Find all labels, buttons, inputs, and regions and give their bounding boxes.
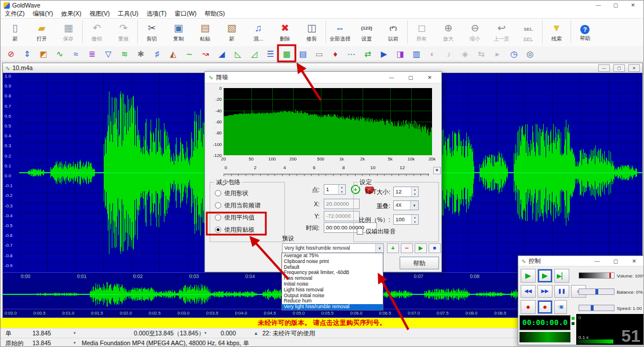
toolbar-button-delete[interactable]: ✖删除 xyxy=(272,19,298,46)
effect-interpolate-icon[interactable]: ⋯ xyxy=(346,48,357,60)
preset-option-9[interactable]: Very light hiss/rumble removal xyxy=(282,304,383,310)
scale-spinner[interactable]: ▴▾ xyxy=(411,215,418,224)
toolbar-button-undo[interactable]: ↶撤销 xyxy=(83,19,110,46)
effect-clock-icon[interactable]: ◷ xyxy=(508,48,519,60)
help-button[interactable]: 帮助 xyxy=(400,257,439,269)
document-maximize-button[interactable]: ▢ xyxy=(613,64,625,72)
toolbar-button-view-all[interactable]: ◻所有 xyxy=(408,19,435,46)
toolbar-button-new[interactable]: ▯新 xyxy=(2,19,28,46)
effect-reduce-vocals-icon[interactable]: ♪ xyxy=(443,48,455,60)
radio-envelope-0[interactable] xyxy=(215,190,221,196)
total-length[interactable]: 13.845 xyxy=(32,330,51,337)
toolbar-button-copy[interactable]: ▣复制 xyxy=(165,19,192,46)
toolbar-button-zoom-in[interactable]: ⊕放大 xyxy=(435,19,462,46)
preset-option-0[interactable]: Average at 75% xyxy=(282,253,383,259)
toolbar-button-paste-new[interactable]: ▧新 xyxy=(218,19,245,46)
toolbar-button-set-selection[interactable]: {123}设置 xyxy=(353,19,380,46)
control-maximize-button[interactable]: ▢ xyxy=(608,258,624,264)
toolbar-button-save[interactable]: ▦保存 xyxy=(55,19,82,46)
preset-option-6[interactable]: Light hiss removal xyxy=(282,287,383,293)
preset-option-4[interactable]: Hiss removal xyxy=(282,276,383,282)
record-button[interactable]: ● xyxy=(521,300,536,314)
cursor-position[interactable]: 0.000 xyxy=(221,330,236,337)
effect-smoother-icon[interactable]: ∼ xyxy=(184,48,195,60)
fft-size-field[interactable]: 12 ▴▾ xyxy=(393,187,419,197)
effect-pan-icon[interactable]: ◐ xyxy=(427,48,438,60)
balance-slider-handle[interactable] xyxy=(595,289,598,294)
menu-item-file[interactable]: 文件(Z) xyxy=(1,10,28,18)
effect-doppler-icon[interactable]: ≈ xyxy=(70,48,82,60)
toolbar-button-select-all[interactable]: ⇔全部选择 xyxy=(327,19,353,46)
toolbar-button-previous-selection[interactable]: {↶}以前 xyxy=(380,19,407,46)
dialog-titlebar[interactable]: ∿ 降噪 — ▢ ✕ xyxy=(205,72,441,83)
control-close-button[interactable]: ✕ xyxy=(626,258,642,264)
rewind-button[interactable]: ◀◀ xyxy=(521,285,536,298)
menu-item-view[interactable]: 视图(V) xyxy=(85,10,114,18)
control-minimize-button[interactable]: — xyxy=(589,258,605,264)
toolbar-button-open[interactable]: ▰打开 xyxy=(28,19,55,46)
toolbar-button-mix[interactable]: ♫混... xyxy=(245,19,272,46)
app-maximize-button[interactable]: ▢ xyxy=(608,2,623,8)
envelope-ruler-track[interactable] xyxy=(224,174,429,176)
effect-voice-over-icon[interactable]: ♦ xyxy=(330,48,341,60)
volume-slider-handle[interactable] xyxy=(609,273,611,278)
document-minimize-button[interactable]: — xyxy=(598,64,610,72)
play-selection-button[interactable]: ▶ xyxy=(537,269,552,283)
noise-only-checkbox[interactable] xyxy=(357,228,363,235)
fast-forward-button[interactable]: ▶▶ xyxy=(537,285,552,298)
menu-item-tools[interactable]: 工具(U) xyxy=(114,10,142,18)
toolbar-button-redo[interactable]: ↷重做 xyxy=(110,19,137,46)
effect-flanger-icon[interactable]: ≋ xyxy=(119,48,130,60)
length-dropdown-icon[interactable]: ▾ xyxy=(74,331,76,335)
play-to-end-button[interactable]: ▶▏ xyxy=(554,269,569,283)
selection-range[interactable]: 0.000至13.845（13.845） xyxy=(134,330,204,338)
preset-option-7[interactable]: Output initial noise xyxy=(282,293,383,299)
speed-slider-handle[interactable] xyxy=(591,305,594,311)
effect-reverb-icon[interactable]: ◭ xyxy=(167,48,179,60)
menu-item-options[interactable]: 选项(T) xyxy=(142,10,170,18)
preset-preview-stop-button[interactable]: ■ xyxy=(429,243,441,253)
dialog-minimize-button[interactable]: — xyxy=(383,75,400,81)
effect-playback-rate-icon[interactable]: ▶ xyxy=(378,48,390,60)
document-close-button[interactable]: ✕ xyxy=(628,64,640,72)
point-count-field[interactable]: 1 ▴▾ xyxy=(324,184,346,195)
effect-spectrum-filter-icon[interactable]: ▤ xyxy=(297,48,309,60)
preset-dropdown-arrow-icon[interactable]: ▾ xyxy=(375,244,383,253)
toolbar-button-paste[interactable]: ▤粘贴 xyxy=(192,19,218,46)
app-minimize-button[interactable]: — xyxy=(591,2,606,8)
effect-pitch-icon[interactable]: ♯ xyxy=(151,48,163,60)
effect-invert-icon[interactable]: ⊘ xyxy=(5,48,17,60)
effect-resample-icon[interactable]: ⇄ xyxy=(362,48,374,60)
preset-combo[interactable]: Very light hiss/rumble removal ▾ xyxy=(282,243,384,253)
radio-envelope-1[interactable] xyxy=(215,202,221,209)
menu-item-edit[interactable]: 编辑(Y) xyxy=(28,10,57,18)
point-count-spinner[interactable]: ▴▾ xyxy=(338,185,345,194)
menu-item-effects[interactable]: 效果(X) xyxy=(57,10,85,18)
scale-field[interactable]: 100 ▴▾ xyxy=(393,214,419,225)
effect-volume-shape-icon[interactable]: ◢ xyxy=(216,48,228,60)
effect-stereo-enhance-icon[interactable]: ◈ xyxy=(459,48,471,60)
effect-equalizer-icon[interactable]: ☰ xyxy=(265,48,276,60)
preset-preview-play-button[interactable]: ▶ xyxy=(415,243,427,253)
toolbar-button-cue[interactable]: ▼线索 xyxy=(543,19,570,46)
control-titlebar[interactable]: ∿ 控制 — ▢ ✕ xyxy=(518,256,644,266)
original-length[interactable]: 13.845 xyxy=(32,339,51,346)
preset-option-1[interactable]: Clipboard noise print xyxy=(282,259,383,265)
radio-envelope-2[interactable] xyxy=(215,214,221,221)
effect-filter-icon[interactable]: ▽ xyxy=(103,48,114,60)
preset-option-5[interactable]: Initial noise xyxy=(282,282,383,287)
menu-item-window[interactable]: 窗口(W) xyxy=(170,10,200,18)
preset-option-8[interactable]: Reduce hum xyxy=(282,298,383,304)
toolbar-button-cut[interactable]: ✂剪切 xyxy=(138,19,165,46)
dialog-close-button[interactable]: ✕ xyxy=(422,75,438,81)
dialog-maximize-button[interactable]: ▢ xyxy=(402,75,419,81)
record-selection-button[interactable]: ● xyxy=(537,300,552,314)
effect-cue-marker-icon[interactable]: ▸ xyxy=(492,48,503,60)
volume-slider[interactable] xyxy=(579,272,614,279)
effect-exchange-channels-icon[interactable]: ⇆ xyxy=(475,48,487,60)
toolbar-button-zoom-out[interactable]: ⊖缩小 xyxy=(462,19,488,46)
effect-time-warp-icon[interactable]: ↝ xyxy=(200,48,211,60)
format-dropdown-icon[interactable]: ▾ xyxy=(74,341,76,345)
effect-offset-icon[interactable]: ⇕ xyxy=(21,48,33,60)
effect-dynamics-icon[interactable]: ◩ xyxy=(38,48,49,60)
